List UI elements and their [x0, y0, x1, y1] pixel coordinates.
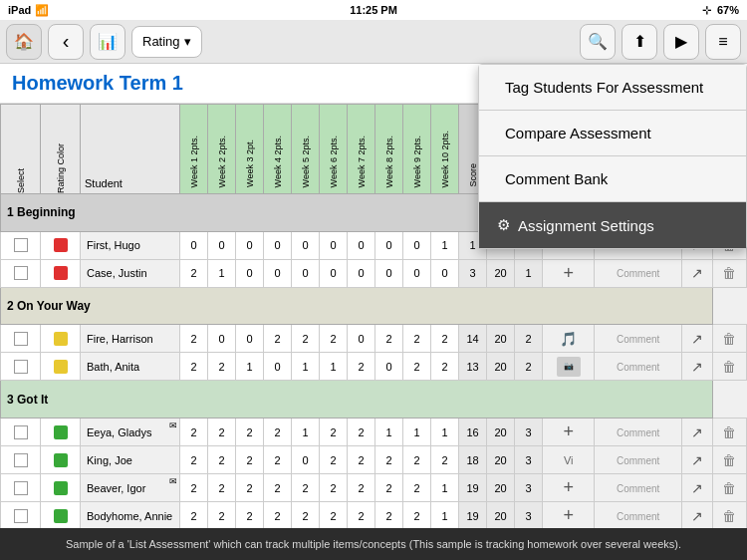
score-w10[interactable]: 1: [431, 419, 459, 446]
comment-cell[interactable]: Comment: [595, 259, 681, 287]
delete-cell[interactable]: 🗑: [712, 259, 746, 287]
score-w3[interactable]: 2: [236, 502, 264, 530]
score-w2[interactable]: 1: [208, 259, 236, 287]
comment-cell[interactable]: Comment: [595, 502, 681, 530]
score-w7[interactable]: 2: [348, 446, 375, 474]
score-w1[interactable]: 2: [180, 419, 208, 446]
score-w4[interactable]: 2: [264, 474, 292, 502]
score-w2[interactable]: 2: [208, 419, 236, 446]
expand-cell[interactable]: ↗: [681, 353, 712, 381]
dropdown-tag-students[interactable]: Tag Students For Assessment: [479, 65, 746, 111]
home-button[interactable]: 🏠: [6, 24, 42, 60]
checkbox-got-it-3[interactable]: [1, 502, 41, 530]
score-w7[interactable]: 0: [348, 325, 375, 353]
score-w5[interactable]: 0: [292, 446, 320, 474]
checkbox-on-your-way-1[interactable]: [1, 353, 41, 381]
delete-cell[interactable]: 🗑: [712, 474, 746, 502]
score-w9[interactable]: 2: [403, 502, 431, 530]
chart-button[interactable]: 📊: [90, 24, 125, 60]
checkbox-beginning-1[interactable]: [1, 259, 41, 287]
score-w1[interactable]: 2: [180, 446, 208, 474]
score-w3[interactable]: 2: [236, 419, 264, 446]
score-w6[interactable]: 0: [320, 259, 348, 287]
score-w3[interactable]: 0: [236, 325, 264, 353]
media-cell[interactable]: Vi: [543, 446, 595, 474]
menu-button[interactable]: ≡: [705, 24, 741, 60]
score-w3[interactable]: 0: [236, 259, 264, 287]
score-w5[interactable]: 2: [292, 474, 320, 502]
score-w10[interactable]: 2: [431, 353, 459, 381]
dropdown-compare-assessment[interactable]: Compare Assessment: [479, 111, 746, 156]
score-w10[interactable]: 1: [431, 474, 459, 502]
score-w6[interactable]: 2: [320, 325, 348, 353]
expand-cell[interactable]: ↗: [681, 446, 712, 474]
video-button[interactable]: ▶: [663, 24, 699, 60]
score-w3[interactable]: 2: [236, 446, 264, 474]
score-w2[interactable]: 2: [208, 502, 236, 530]
comment-cell[interactable]: Comment: [595, 353, 681, 381]
score-w6[interactable]: 1: [320, 353, 348, 381]
score-w5[interactable]: 1: [292, 353, 320, 381]
score-w2[interactable]: 2: [208, 474, 236, 502]
score-w5[interactable]: 0: [292, 231, 320, 259]
score-w8[interactable]: 1: [375, 419, 403, 446]
score-w1[interactable]: 2: [180, 353, 208, 381]
score-w4[interactable]: 2: [264, 502, 292, 530]
comment-cell[interactable]: Comment: [595, 325, 681, 353]
score-w10[interactable]: 1: [431, 231, 459, 259]
media-cell[interactable]: 🎵: [543, 325, 595, 353]
score-w8[interactable]: 2: [375, 446, 403, 474]
score-w2[interactable]: 0: [208, 325, 236, 353]
expand-cell[interactable]: ↗: [681, 325, 712, 353]
score-w8[interactable]: 2: [375, 474, 403, 502]
share-button[interactable]: ⬆: [622, 24, 657, 60]
score-w7[interactable]: 2: [348, 353, 375, 381]
checkbox-got-it-1[interactable]: [1, 446, 41, 474]
comment-cell[interactable]: Comment: [595, 446, 681, 474]
score-w8[interactable]: 2: [375, 325, 403, 353]
score-w2[interactable]: 2: [208, 446, 236, 474]
score-w2[interactable]: 0: [208, 231, 236, 259]
score-w8[interactable]: 0: [375, 259, 403, 287]
expand-cell[interactable]: ↗: [681, 502, 712, 530]
expand-cell[interactable]: ↗: [681, 259, 712, 287]
score-w1[interactable]: 2: [180, 325, 208, 353]
score-w3[interactable]: 2: [236, 474, 264, 502]
score-w7[interactable]: 0: [348, 231, 375, 259]
score-w10[interactable]: 1: [431, 502, 459, 530]
score-w5[interactable]: 1: [292, 419, 320, 446]
media-cell[interactable]: 📷: [543, 353, 595, 381]
comment-cell[interactable]: Comment: [595, 474, 681, 502]
search-button[interactable]: 🔍: [580, 24, 616, 60]
delete-cell[interactable]: 🗑: [712, 502, 746, 530]
score-w5[interactable]: 0: [292, 259, 320, 287]
score-w4[interactable]: 0: [264, 231, 292, 259]
score-w1[interactable]: 0: [180, 231, 208, 259]
score-w9[interactable]: 2: [403, 446, 431, 474]
score-w2[interactable]: 2: [208, 353, 236, 381]
checkbox-beginning-0[interactable]: [1, 231, 41, 259]
score-w1[interactable]: 2: [180, 502, 208, 530]
score-w9[interactable]: 2: [403, 353, 431, 381]
score-w10[interactable]: 0: [431, 259, 459, 287]
score-w4[interactable]: 0: [264, 259, 292, 287]
rating-selector[interactable]: Rating ▾: [131, 26, 202, 58]
score-w4[interactable]: 2: [264, 419, 292, 446]
delete-cell[interactable]: 🗑: [712, 419, 746, 446]
score-w7[interactable]: 2: [348, 502, 375, 530]
score-w9[interactable]: 0: [403, 231, 431, 259]
score-w3[interactable]: 0: [236, 231, 264, 259]
score-w6[interactable]: 2: [320, 446, 348, 474]
score-w9[interactable]: 0: [403, 259, 431, 287]
score-w6[interactable]: 2: [320, 419, 348, 446]
score-w6[interactable]: 2: [320, 502, 348, 530]
score-w7[interactable]: 2: [348, 419, 375, 446]
score-w8[interactable]: 0: [375, 231, 403, 259]
score-w6[interactable]: 2: [320, 474, 348, 502]
dropdown-comment-bank[interactable]: Comment Bank: [479, 156, 746, 202]
score-w1[interactable]: 2: [180, 474, 208, 502]
comment-cell[interactable]: Comment: [595, 419, 681, 446]
score-w1[interactable]: 2: [180, 259, 208, 287]
checkbox-on-your-way-0[interactable]: [1, 325, 41, 353]
media-cell[interactable]: +: [543, 502, 595, 530]
